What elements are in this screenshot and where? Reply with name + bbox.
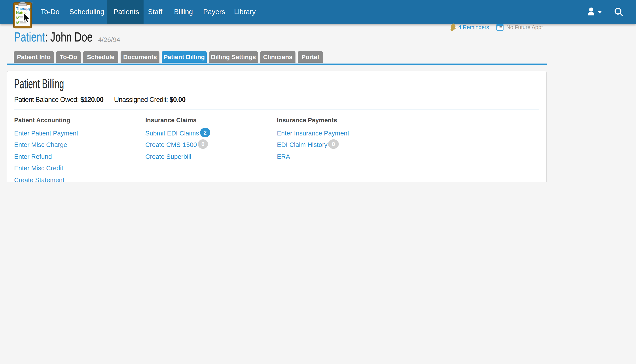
svg-text:Therapy: Therapy — [16, 6, 31, 11]
